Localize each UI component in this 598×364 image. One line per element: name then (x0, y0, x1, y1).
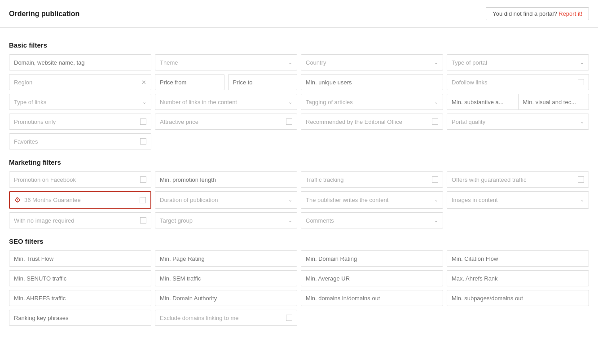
report-button[interactable]: You did not find a portal? Report it! (486, 7, 589, 20)
min-page-rating-field[interactable] (160, 255, 292, 262)
domain-input[interactable] (9, 54, 151, 70)
months-guarantee-checkbox[interactable] (140, 197, 146, 203)
min-domain-authority-input[interactable] (155, 290, 297, 306)
min-unique-users-field[interactable] (306, 79, 438, 86)
seo-filters-row2 (9, 270, 589, 286)
no-image-required-filter[interactable]: With no image required (9, 212, 151, 228)
domain-field[interactable] (14, 59, 146, 66)
type-of-portal-label: Type of portal (452, 59, 487, 66)
dofollow-links-checkbox[interactable] (578, 79, 584, 85)
max-ahrefs-rank-field[interactable] (452, 275, 584, 282)
portal-quality-chevron-icon: ⌄ (580, 119, 584, 125)
min-promotion-length-input[interactable] (155, 171, 297, 188)
traffic-tracking-filter[interactable]: Traffic tracking (301, 171, 443, 188)
basic-filters-title: Basic filters (9, 41, 589, 49)
target-group-chevron-icon: ⌄ (288, 218, 292, 224)
min-senuto-traffic-input[interactable] (9, 270, 151, 286)
type-of-links-select[interactable]: Type of links ⌄ (9, 94, 151, 110)
min-trust-flow-input[interactable] (9, 250, 151, 267)
min-unique-users-input[interactable] (301, 74, 443, 90)
min-visual-field[interactable] (523, 99, 585, 105)
traffic-tracking-checkbox[interactable] (432, 176, 438, 183)
recommended-editorial-checkbox[interactable] (432, 118, 438, 125)
exclude-domains-checkbox[interactable] (286, 315, 292, 321)
min-visual-input[interactable] (518, 94, 589, 110)
min-trust-flow-field[interactable] (14, 255, 146, 262)
comments-label: Comments (306, 217, 334, 224)
min-senuto-traffic-field[interactable] (14, 275, 146, 282)
min-domain-rating-input[interactable] (301, 250, 443, 267)
dofollow-links-label: Dofollow links (452, 79, 487, 86)
basic-filters-row2: Region ✕ Dofollow links (9, 74, 589, 90)
attractive-price-filter[interactable]: Attractive price (155, 114, 297, 130)
type-of-portal-select[interactable]: Type of portal ⌄ (447, 54, 589, 70)
min-substantive-input[interactable] (447, 94, 518, 110)
images-in-content-select[interactable]: Images in content ⌄ (447, 191, 589, 209)
promotion-facebook-filter[interactable]: Promotion on Facebook (9, 171, 151, 188)
duration-publication-chevron-icon: ⌄ (288, 197, 292, 203)
recommended-editorial-filter[interactable]: Recommended by the Editorial Office (301, 114, 443, 130)
min-sem-traffic-field[interactable] (160, 275, 292, 282)
offers-guaranteed-label: Offers with guaranteed traffic (452, 176, 526, 183)
min-sem-traffic-input[interactable] (155, 270, 297, 286)
ranking-key-phrases-input[interactable] (9, 310, 151, 326)
price-to-field[interactable] (233, 79, 293, 86)
attractive-price-checkbox[interactable] (286, 118, 292, 125)
images-in-content-label: Images in content (452, 197, 498, 203)
dofollow-links-filter[interactable]: Dofollow links (447, 74, 589, 90)
promotions-only-checkbox[interactable] (140, 118, 146, 125)
min-citation-flow-input[interactable] (447, 250, 589, 267)
attractive-price-label: Attractive price (160, 118, 198, 125)
target-group-select[interactable]: Target group ⌄ (155, 212, 297, 228)
ranking-key-phrases-field[interactable] (14, 315, 146, 321)
offers-guaranteed-filter[interactable]: Offers with guaranteed traffic (447, 171, 589, 188)
publisher-writes-select[interactable]: The publisher writes the content ⌄ (301, 191, 443, 209)
min-ahrefs-traffic-field[interactable] (14, 295, 146, 302)
promotion-facebook-checkbox[interactable] (140, 176, 146, 183)
min-citation-flow-field[interactable] (452, 255, 584, 262)
number-of-links-select[interactable]: Number of links in the content ⌄ (155, 94, 297, 110)
min-promotion-length-field[interactable] (160, 176, 292, 183)
price-from-field[interactable] (160, 79, 220, 86)
price-from-input[interactable] (155, 74, 224, 90)
favorites-checkbox[interactable] (140, 138, 146, 145)
min-domain-rating-field[interactable] (306, 255, 438, 262)
duration-publication-select[interactable]: Duration of publication ⌄ (155, 191, 297, 209)
offers-guaranteed-checkbox[interactable] (578, 176, 584, 183)
promotions-only-label: Promotions only (14, 118, 56, 125)
marketing-filters-row1: Promotion on Facebook Traffic tracking O… (9, 171, 589, 188)
country-chevron-icon: ⌄ (434, 60, 438, 66)
exclude-domains-label: Exclude domains linking to me (160, 315, 239, 321)
tagging-articles-select[interactable]: Tagging of articles ⌄ (301, 94, 443, 110)
min-domains-in-out-field[interactable] (306, 295, 438, 302)
promotions-only-filter[interactable]: Promotions only (9, 114, 151, 130)
min-subpages-domains-field[interactable] (452, 295, 584, 302)
months-guarantee-label: 36 Months Guarantee (24, 197, 140, 203)
comments-select[interactable]: Comments ⌄ (301, 212, 443, 228)
min-average-ur-input[interactable] (301, 270, 443, 286)
portal-chevron-icon: ⌄ (580, 60, 584, 66)
months-guarantee-filter[interactable]: ⚙ 36 Months Guarantee (9, 191, 151, 209)
min-page-rating-input[interactable] (155, 250, 297, 267)
favorites-filter[interactable]: Favorites (9, 133, 151, 149)
no-image-required-checkbox[interactable] (140, 217, 146, 224)
theme-select[interactable]: Theme ⌄ (155, 54, 297, 70)
images-in-content-chevron-icon: ⌄ (580, 197, 584, 203)
min-domain-authority-field[interactable] (160, 295, 292, 302)
price-to-input[interactable] (228, 74, 298, 90)
portal-quality-select[interactable]: Portal quality ⌄ (447, 114, 589, 130)
number-of-links-chevron-icon: ⌄ (288, 99, 292, 105)
country-select[interactable]: Country ⌄ (301, 54, 443, 70)
portal-quality-label: Portal quality (452, 118, 485, 125)
traffic-tracking-label: Traffic tracking (306, 176, 344, 183)
region-clear-icon[interactable]: ✕ (141, 79, 146, 86)
min-substantive-field[interactable] (452, 99, 514, 105)
exclude-domains-filter[interactable]: Exclude domains linking to me (155, 310, 297, 326)
min-subpages-domains-input[interactable] (447, 290, 589, 306)
gear-icon: ⚙ (14, 196, 21, 204)
region-input[interactable]: Region ✕ (9, 74, 151, 90)
max-ahrefs-rank-input[interactable] (447, 270, 589, 286)
min-ahrefs-traffic-input[interactable] (9, 290, 151, 306)
min-average-ur-field[interactable] (306, 275, 438, 282)
min-domains-in-out-input[interactable] (301, 290, 443, 306)
